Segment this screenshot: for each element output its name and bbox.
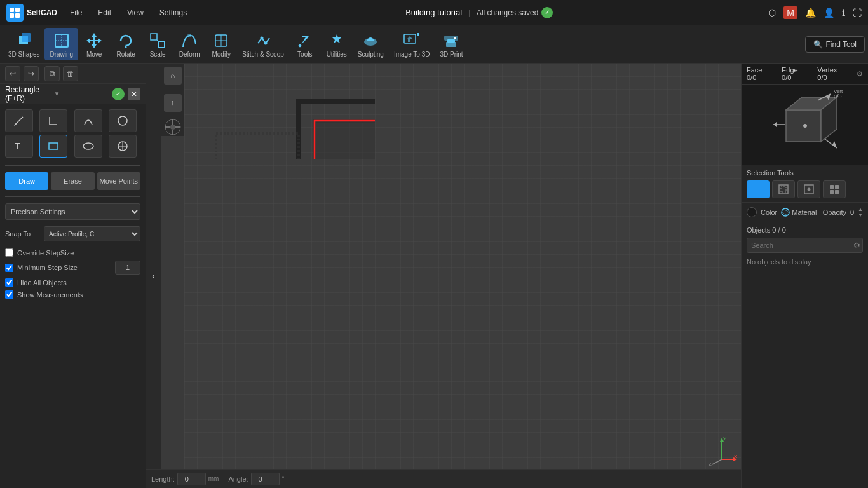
- menu-edit[interactable]: Edit: [95, 8, 114, 17]
- tool-stitch-scoop[interactable]: Stitch & Scoop: [237, 28, 289, 60]
- tool-move[interactable]: Move: [78, 28, 110, 60]
- svg-point-18: [260, 37, 263, 40]
- tool-utilities[interactable]: Utilities: [321, 28, 353, 60]
- user-icon[interactable]: 👤: [824, 8, 834, 18]
- menu-view[interactable]: View: [124, 8, 147, 17]
- fullscreen-icon[interactable]: ⛶: [853, 8, 862, 18]
- objects-count: Objects 0 / 0: [747, 226, 786, 234]
- tool-3d-print[interactable]: 3D Print: [435, 28, 468, 60]
- search-gear-icon[interactable]: ⚙: [853, 241, 860, 250]
- material-button[interactable]: Material: [781, 208, 817, 217]
- view-top-icon[interactable]: ↑: [164, 94, 182, 112]
- home-nav-icon[interactable]: ⌂: [164, 67, 182, 85]
- show-measurements-checkbox[interactable]: [5, 290, 13, 299]
- rectangle-tool[interactable]: [39, 135, 67, 158]
- copy-button[interactable]: ⧉: [44, 66, 60, 81]
- tool-sculpting[interactable]: Sculpting: [353, 28, 389, 60]
- vertex-label: Vertex: [817, 66, 837, 74]
- selection-tools-section: Selection Tools: [742, 165, 868, 203]
- tool-modify[interactable]: Modify: [205, 28, 237, 60]
- confirm-icon[interactable]: ✓: [112, 88, 125, 100]
- svg-rect-3: [15, 13, 20, 18]
- svg-point-76: [803, 124, 807, 128]
- circle-outline-tool[interactable]: [109, 109, 137, 132]
- corner-tool[interactable]: [39, 109, 67, 132]
- move-points-button[interactable]: Move Points: [97, 172, 140, 190]
- svg-point-19: [264, 42, 267, 45]
- erase-button[interactable]: Erase: [51, 172, 94, 190]
- tool-3d-print-icon: [441, 30, 461, 51]
- minimum-step-label: Minimum Step Size: [17, 264, 111, 271]
- svg-text:Z: Z: [709, 461, 712, 466]
- svg-text:X: X: [734, 454, 738, 459]
- tool-3d-shapes[interactable]: 3D Shapes: [3, 28, 44, 60]
- undo-button[interactable]: ↩: [5, 66, 20, 81]
- snap-to-select[interactable]: Active Profile, C: [44, 226, 140, 241]
- circle-cross-tool[interactable]: [109, 135, 137, 158]
- svg-marker-73: [773, 122, 777, 127]
- precision-settings-select[interactable]: Precison Settings: [5, 203, 140, 220]
- info-icon[interactable]: ℹ: [842, 8, 845, 18]
- svg-point-32: [118, 116, 127, 125]
- bottom-bar: Length: mm Angle: °: [146, 469, 741, 488]
- length-input[interactable]: [177, 473, 206, 485]
- edge-select-button[interactable]: [772, 180, 795, 198]
- pencil-tool[interactable]: [5, 109, 33, 132]
- tool-stitch-scoop-label: Stitch & Scoop: [242, 51, 284, 58]
- redo-button[interactable]: ↪: [24, 66, 39, 81]
- divider-2: [5, 196, 140, 197]
- svg-rect-85: [835, 185, 839, 189]
- find-tool-button[interactable]: 🔍 Find Tool: [805, 36, 865, 53]
- vertex-select-button[interactable]: [797, 180, 820, 198]
- nav-column: ⌂ ↑: [161, 64, 184, 136]
- tool-image-to-3d[interactable]: Image To 3D: [389, 28, 435, 60]
- hide-all-objects-checkbox[interactable]: [5, 278, 13, 287]
- override-step-size-row: Override StepSize: [5, 247, 140, 259]
- compass-icon[interactable]: [164, 118, 182, 136]
- delete-button[interactable]: 🗑: [63, 66, 78, 81]
- viewer-gear-icon[interactable]: ⚙: [857, 70, 863, 78]
- close-panel-icon[interactable]: ✕: [128, 88, 140, 100]
- override-step-size-checkbox[interactable]: [5, 248, 13, 257]
- object-select-button[interactable]: [823, 180, 846, 198]
- bell-icon[interactable]: 🔔: [805, 8, 816, 18]
- opacity-stepper[interactable]: ▲ ▼: [858, 207, 863, 218]
- face-section: Face 0/0: [747, 66, 762, 81]
- tool-tools[interactable]: Tools: [289, 28, 321, 60]
- ellipse-tool[interactable]: [74, 135, 102, 158]
- svg-rect-84: [830, 185, 834, 189]
- svg-rect-81: [781, 187, 786, 192]
- tool-image-to-3d-icon: [402, 30, 422, 51]
- svg-rect-12: [158, 41, 165, 48]
- svg-line-13: [157, 40, 158, 41]
- tool-rotate[interactable]: Rotate: [110, 28, 142, 60]
- angle-input[interactable]: [251, 473, 280, 485]
- sidebar-toggle[interactable]: ‹: [146, 64, 161, 488]
- curve-tool[interactable]: [74, 109, 102, 132]
- draw-button[interactable]: Draw: [5, 172, 48, 190]
- tool-move-icon: [84, 30, 104, 51]
- color-picker[interactable]: [747, 207, 757, 217]
- hide-all-objects-row: Hide All Objects: [5, 276, 140, 288]
- viewer-header: Face 0/0 Edge 0/0 Vertex 0/0 ⚙: [742, 64, 868, 85]
- tool-drawing[interactable]: Drawing: [44, 28, 78, 60]
- share-icon[interactable]: ⬡: [768, 8, 776, 18]
- minimum-step-checkbox[interactable]: [5, 264, 13, 272]
- text-tool[interactable]: T: [5, 135, 33, 158]
- tool-scale[interactable]: Scale: [142, 28, 173, 60]
- menu-settings[interactable]: Settings: [156, 8, 190, 17]
- canvas-area[interactable]: ‹ ⌂ ↑ TOP: [146, 64, 741, 488]
- dropdown-arrow[interactable]: ▼: [54, 90, 60, 97]
- minimum-step-input[interactable]: [115, 261, 140, 274]
- face-select-button[interactable]: [747, 180, 770, 198]
- length-unit: mm: [208, 475, 219, 482]
- tool-deform[interactable]: Deform: [173, 28, 205, 60]
- search-objects-input[interactable]: [747, 238, 863, 253]
- tool-tools-label: Tools: [297, 51, 312, 58]
- menu-file[interactable]: File: [67, 8, 85, 17]
- face-count: 0/0: [747, 74, 762, 81]
- logo-icon: [6, 4, 24, 22]
- tool-3d-shapes-icon: [14, 30, 34, 51]
- m-icon[interactable]: M: [783, 6, 797, 19]
- tool-image-to-3d-label: Image To 3D: [394, 51, 430, 58]
